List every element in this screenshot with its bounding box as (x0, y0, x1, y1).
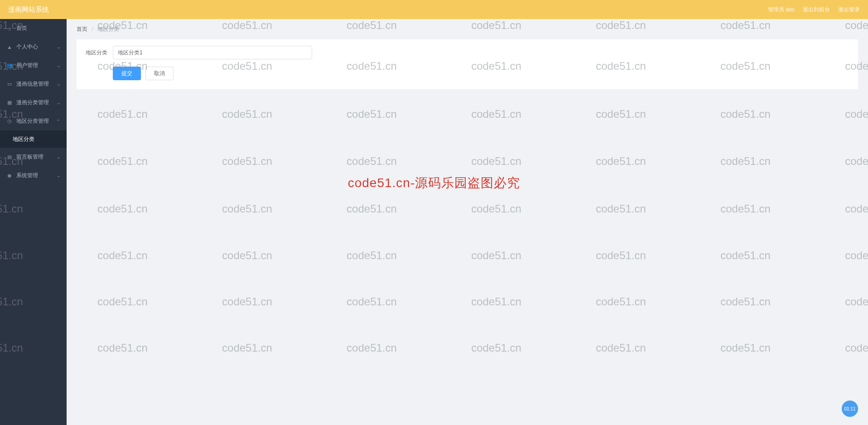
region-category-input[interactable] (113, 46, 312, 59)
chevron-up-icon: ⌄ (56, 119, 61, 124)
sidebar-item-label: 漫画分类管理 (16, 99, 57, 106)
form-card: 地区分类 提交 取消 (77, 39, 858, 89)
sidebar-item-manga-info[interactable]: ▭ 漫画信息管理 ⌄ (0, 75, 67, 93)
sidebar-item-message-board[interactable]: ▤ 留言板管理 ⌄ (0, 148, 67, 166)
sidebar-item-label: 系统管理 (16, 172, 57, 179)
admin-label[interactable]: 管理员 abo (768, 6, 795, 14)
board-icon: ▤ (6, 154, 13, 160)
sidebar: ⌂ 首页 ▲ 个人中心 ⌄ 👥 用户管理 ⌄ ▭ 漫画信息管理 ⌄ ▦ 漫画分类… (0, 19, 67, 425)
app-title: 漫画网站系统 (8, 5, 49, 14)
breadcrumb: 首页 / 地区分类 (77, 25, 858, 33)
cancel-button[interactable]: 取消 (145, 67, 174, 80)
sidebar-item-home[interactable]: ⌂ 首页 (0, 19, 67, 38)
sidebar-subitem-region[interactable]: 地区分类 (0, 130, 67, 148)
home-icon: ⌂ (6, 25, 13, 32)
breadcrumb-home[interactable]: 首页 (77, 26, 87, 32)
timer-badge[interactable]: 01:11 (842, 401, 858, 417)
sidebar-item-label: 地区分类管理 (16, 117, 57, 125)
logout-link[interactable]: 退出登录 (838, 6, 860, 14)
sidebar-item-label: 个人中心 (16, 43, 57, 51)
region-icon: ◷ (6, 118, 13, 125)
grid-icon: ▦ (6, 100, 13, 106)
exit-frontend-link[interactable]: 退出到前台 (803, 6, 830, 14)
breadcrumb-current: 地区分类 (97, 26, 119, 32)
sidebar-subitem-label: 地区分类 (13, 135, 34, 143)
form-label-region: 地区分类 (85, 49, 107, 57)
sidebar-item-system[interactable]: ◉ 系统管理 ⌄ (0, 166, 67, 185)
main-content: 首页 / 地区分类 地区分类 提交 取消 (67, 19, 868, 425)
users-icon: 👥 (6, 63, 13, 69)
chevron-down-icon: ⌄ (56, 173, 61, 178)
chevron-down-icon: ⌄ (56, 63, 61, 68)
sidebar-item-label: 漫画信息管理 (16, 80, 57, 88)
sidebar-item-profile[interactable]: ▲ 个人中心 ⌄ (0, 38, 67, 56)
sidebar-item-region-category[interactable]: ◷ 地区分类管理 ⌄ (0, 112, 67, 130)
chevron-down-icon: ⌄ (56, 100, 61, 105)
system-icon: ◉ (6, 173, 13, 179)
chevron-down-icon: ⌄ (56, 82, 61, 87)
breadcrumb-separator: / (92, 26, 93, 32)
top-header: 漫画网站系统 管理员 abo 退出到前台 退出登录 (0, 0, 868, 19)
form-row-region: 地区分类 (85, 46, 850, 59)
sidebar-item-label: 用户管理 (16, 62, 57, 69)
manga-icon: ▭ (6, 81, 13, 87)
form-actions: 提交 取消 (113, 67, 850, 80)
sidebar-item-label: 留言板管理 (16, 153, 57, 161)
sidebar-item-manga-category[interactable]: ▦ 漫画分类管理 ⌄ (0, 93, 67, 112)
sidebar-item-label: 首页 (16, 24, 60, 32)
header-actions: 管理员 abo 退出到前台 退出登录 (768, 6, 860, 14)
chevron-down-icon: ⌄ (56, 155, 61, 159)
chevron-down-icon: ⌄ (56, 44, 61, 49)
sidebar-item-users[interactable]: 👥 用户管理 ⌄ (0, 56, 67, 75)
submit-button[interactable]: 提交 (113, 67, 141, 80)
user-icon: ▲ (6, 44, 13, 50)
main-container: ⌂ 首页 ▲ 个人中心 ⌄ 👥 用户管理 ⌄ ▭ 漫画信息管理 ⌄ ▦ 漫画分类… (0, 19, 868, 425)
